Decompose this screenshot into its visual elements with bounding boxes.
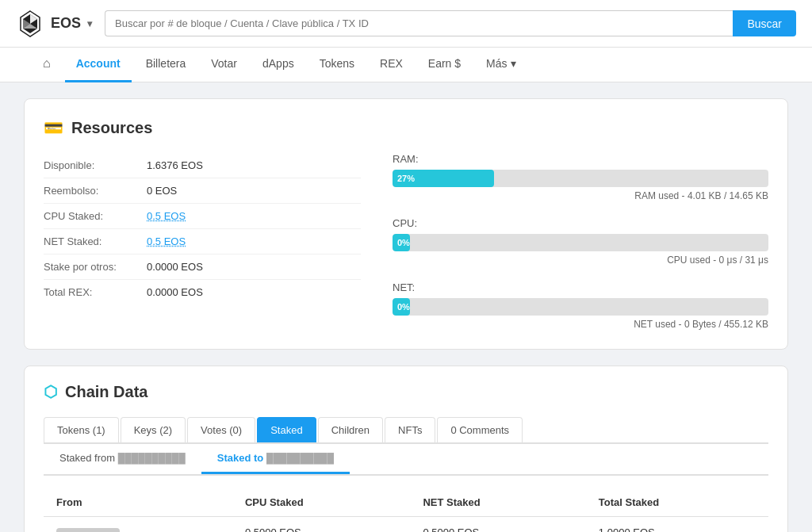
- chain-tab-0-comments[interactable]: 0 Comments: [437, 417, 523, 442]
- cell-from: [44, 517, 232, 533]
- resource-row: Reembolso: 0 EOS: [44, 178, 361, 204]
- ram-pct-label: 27%: [397, 174, 415, 183]
- resource-row: CPU Staked: 0.5 EOS: [44, 204, 361, 229]
- table-row: 0.5000 EOS 0.5000 EOS 1.0000 EOS: [44, 517, 768, 533]
- col-net-staked: NET Staked: [410, 488, 585, 517]
- subnav-item-earn[interactable]: Earn $: [417, 48, 472, 82]
- staked-table-body: 0.5000 EOS 0.5000 EOS 1.0000 EOS: [44, 517, 768, 533]
- ram-sub-label: RAM used - 4.01 KB / 14.65 KB: [393, 190, 768, 201]
- cpu-bar-section: CPU: 0% CPU used - 0 μs / 31 μs: [393, 217, 768, 266]
- net-bar-fill: 0%: [393, 298, 410, 316]
- col-total-staked: Total Staked: [586, 488, 768, 517]
- net-label: NET:: [393, 281, 768, 293]
- eos-logo-icon: [16, 10, 44, 38]
- ram-bar-section: RAM: 27% RAM used - 4.01 KB / 14.65 KB: [393, 153, 768, 201]
- resource-label: Stake por otros:: [44, 261, 147, 273]
- staked-to-account-blurred: ██████████: [266, 453, 334, 464]
- chain-data-title: ⬡ Chain Data: [44, 382, 768, 401]
- app-name: EOS: [51, 15, 81, 32]
- chain-tab-votes--0-[interactable]: Votes (0): [187, 417, 255, 442]
- resource-row: NET Staked: 0.5 EOS: [44, 229, 361, 255]
- mas-dropdown-icon: ▾: [511, 57, 516, 70]
- resource-link[interactable]: 0.5 EOS: [147, 235, 186, 247]
- net-bar-section: NET: 0% NET used - 0 Bytes / 455.12 KB: [393, 281, 768, 330]
- staked-to-label: Staked to: [217, 452, 264, 464]
- resource-label: Disponible:: [44, 159, 147, 171]
- resources-title-text: Resources: [71, 119, 152, 137]
- resources-card: 💳 Resources Disponible: 1.6376 EOS Reemb…: [24, 98, 788, 350]
- resource-label: NET Staked:: [44, 235, 147, 247]
- staked-from-subtab[interactable]: Staked from ██████████: [44, 444, 201, 474]
- resource-value[interactable]: 0.5 EOS: [147, 210, 186, 222]
- chain-tab-nfts[interactable]: NFTs: [385, 417, 435, 442]
- staked-table-head: From CPU Staked NET Staked Total Staked: [44, 488, 768, 517]
- main-content: 💳 Resources Disponible: 1.6376 EOS Reemb…: [0, 82, 812, 532]
- resource-row: Disponible: 1.6376 EOS: [44, 153, 361, 178]
- resources-icon: 💳: [44, 118, 63, 137]
- staked-table: From CPU Staked NET Staked Total Staked …: [44, 488, 768, 532]
- resource-value: 0 EOS: [147, 185, 177, 197]
- resource-label: Total REX:: [44, 286, 147, 298]
- staked-from-label: Staked from: [59, 452, 115, 464]
- resources-right: RAM: 27% RAM used - 4.01 KB / 14.65 KB C…: [393, 153, 768, 330]
- cpu-pct-label: 0%: [397, 238, 410, 247]
- subnav-item-dapps[interactable]: dApps: [251, 48, 305, 82]
- chain-tab-keys--2-[interactable]: Keys (2): [121, 417, 186, 442]
- resource-value: 1.6376 EOS: [147, 159, 203, 171]
- chain-tab-tokens--1-[interactable]: Tokens (1): [44, 417, 119, 442]
- resource-row: Stake por otros: 0.0000 EOS: [44, 255, 361, 280]
- net-pct-label: 0%: [397, 302, 410, 312]
- resource-value[interactable]: 0.5 EOS: [147, 235, 186, 247]
- subnav-item-home[interactable]: ⌂: [32, 48, 62, 82]
- net-sub-label: NET used - 0 Bytes / 455.12 KB: [393, 319, 768, 330]
- subnav-item-tokens[interactable]: Tokens: [308, 48, 366, 82]
- resources-left: Disponible: 1.6376 EOS Reembolso: 0 EOS …: [44, 153, 361, 330]
- chain-data-title-text: Chain Data: [65, 383, 147, 401]
- cell-total-staked: 1.0000 EOS: [586, 517, 768, 533]
- resource-label: CPU Staked:: [44, 210, 147, 222]
- staked-subtabs: Staked from ██████████ Staked to ███████…: [44, 444, 768, 476]
- subnav-item-account[interactable]: Account: [65, 48, 132, 82]
- sub-navigation: ⌂ Account Billetera Votar dApps Tokens R…: [0, 48, 812, 82]
- dropdown-arrow-icon[interactable]: ▾: [87, 18, 92, 29]
- ram-bar-fill: 27%: [393, 170, 494, 187]
- staked-from-account-blurred: ██████████: [118, 453, 186, 464]
- chain-tab-children[interactable]: Children: [318, 417, 383, 442]
- chain-data-body: Staked from ██████████ Staked to ███████…: [25, 444, 787, 532]
- resources-title: 💳 Resources: [44, 118, 768, 137]
- subnav-item-mas[interactable]: Más ▾: [475, 48, 527, 82]
- search-bar: Buscar: [105, 10, 796, 36]
- cell-cpu-staked: 0.5000 EOS: [232, 517, 411, 533]
- net-bar-track: 0%: [393, 298, 768, 316]
- resource-row: Total REX: 0.0000 EOS: [44, 280, 361, 304]
- ram-bar-track: 27%: [393, 170, 768, 187]
- chain-data-card: ⬡ Chain Data Tokens (1)Keys (2)Votes (0)…: [24, 366, 788, 532]
- subnav-item-votar[interactable]: Votar: [200, 48, 248, 82]
- col-cpu-staked: CPU Staked: [232, 488, 411, 517]
- chain-tab-staked[interactable]: Staked: [257, 417, 316, 442]
- resource-link[interactable]: 0.5 EOS: [147, 210, 186, 222]
- subnav-item-billetera[interactable]: Billetera: [135, 48, 197, 82]
- ram-label: RAM:: [393, 153, 768, 165]
- cpu-label: CPU:: [393, 217, 768, 229]
- cpu-bar-fill: 0%: [393, 234, 410, 251]
- cpu-bar-track: 0%: [393, 234, 768, 251]
- staked-table-header-row: From CPU Staked NET Staked Total Staked: [44, 488, 768, 517]
- cpu-sub-label: CPU used - 0 μs / 31 μs: [393, 255, 768, 266]
- logo-area[interactable]: EOS ▾: [16, 10, 92, 38]
- resource-value: 0.0000 EOS: [147, 261, 203, 273]
- from-blurred: [56, 528, 120, 532]
- subnav-item-rex[interactable]: REX: [369, 48, 414, 82]
- cell-net-staked: 0.5000 EOS: [410, 517, 585, 533]
- top-navigation: EOS ▾ Buscar: [0, 0, 812, 48]
- search-button[interactable]: Buscar: [733, 10, 796, 36]
- chain-data-icon: ⬡: [44, 382, 57, 401]
- chain-data-header: ⬡ Chain Data Tokens (1)Keys (2)Votes (0)…: [25, 366, 787, 444]
- resource-value: 0.0000 EOS: [147, 286, 203, 298]
- col-from: From: [44, 488, 232, 517]
- search-input[interactable]: [105, 10, 733, 36]
- chain-tabs: Tokens (1)Keys (2)Votes (0)StakedChildre…: [44, 417, 768, 444]
- resources-body: Disponible: 1.6376 EOS Reembolso: 0 EOS …: [44, 153, 768, 330]
- resource-label: Reembolso:: [44, 185, 147, 197]
- staked-to-subtab[interactable]: Staked to ██████████: [201, 444, 350, 474]
